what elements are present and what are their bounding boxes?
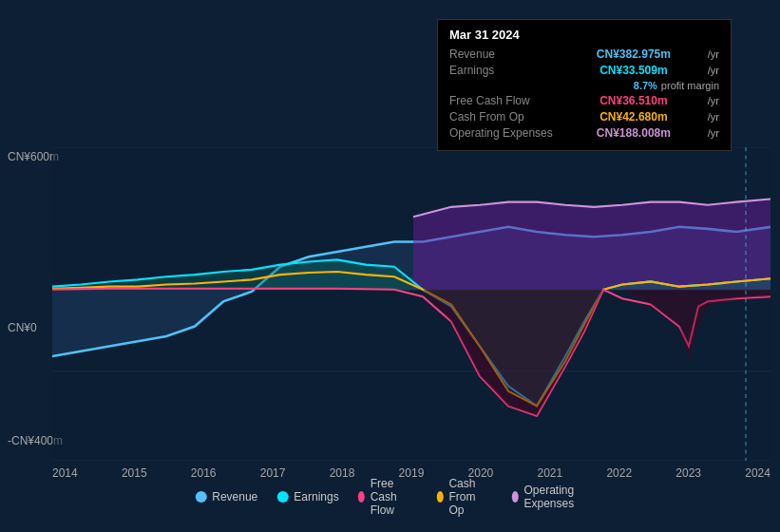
tooltip-revenue-row: Revenue CN¥382.975m /yr xyxy=(449,48,719,61)
chart-legend: Revenue Earnings Free Cash Flow Cash Fro… xyxy=(195,477,585,517)
y-axis-mid: CN¥0 xyxy=(8,321,37,334)
profit-margin-label: profit margin xyxy=(661,80,719,91)
x-label-2023: 2023 xyxy=(675,466,701,480)
chart-svg xyxy=(52,147,770,461)
chart-area xyxy=(52,147,770,461)
tooltip-fcf-row: Free Cash Flow CN¥36.510m /yr xyxy=(449,94,719,107)
x-label-2022: 2022 xyxy=(606,466,632,480)
legend-revenue-label: Revenue xyxy=(212,490,257,504)
legend-revenue-dot xyxy=(195,491,206,503)
legend-cashop: Cash From Op xyxy=(436,477,492,517)
legend-opex-label: Operating Expenses xyxy=(523,484,584,510)
tooltip-earnings-value: CN¥33.509m xyxy=(599,64,667,77)
tooltip-revenue-unit: /yr xyxy=(708,48,719,60)
legend-earnings-dot xyxy=(276,491,288,503)
tooltip-cashop-label: Cash From Op xyxy=(449,110,563,124)
tooltip-date: Mar 31 2024 xyxy=(449,28,719,42)
tooltip-opex-unit: /yr xyxy=(708,127,719,139)
chart-container: Mar 31 2024 Revenue CN¥382.975m /yr Earn… xyxy=(0,0,780,532)
legend-fcf-dot xyxy=(358,491,365,503)
tooltip-opex-row: Operating Expenses CN¥188.008m /yr xyxy=(449,126,719,140)
tooltip-revenue-label: Revenue xyxy=(449,48,563,61)
legend-cashop-dot xyxy=(436,491,443,503)
tooltip-cashop-row: Cash From Op CN¥42.680m /yr xyxy=(449,110,719,124)
tooltip-earnings-unit: /yr xyxy=(708,65,719,76)
tooltip-opex-value: CN¥188.008m xyxy=(597,126,671,140)
legend-earnings: Earnings xyxy=(276,490,338,504)
tooltip-fcf-value: CN¥36.510m xyxy=(599,94,667,107)
x-label-2014: 2014 xyxy=(52,466,78,480)
tooltip-earnings-label: Earnings xyxy=(449,64,563,77)
legend-cashop-label: Cash From Op xyxy=(448,477,492,517)
tooltip-fcf-unit: /yr xyxy=(708,95,719,106)
tooltip-box: Mar 31 2024 Revenue CN¥382.975m /yr Earn… xyxy=(437,19,732,151)
profit-margin-row: 8.7% profit margin xyxy=(449,80,719,91)
legend-opex-dot xyxy=(511,491,518,503)
tooltip-cashop-unit: /yr xyxy=(708,111,719,123)
tooltip-opex-label: Operating Expenses xyxy=(449,126,563,140)
tooltip-fcf-label: Free Cash Flow xyxy=(449,94,563,107)
tooltip-earnings-row: Earnings CN¥33.509m /yr xyxy=(449,64,719,77)
x-label-2024: 2024 xyxy=(745,466,770,480)
legend-revenue: Revenue xyxy=(195,490,257,504)
profit-margin-value: 8.7% xyxy=(634,80,657,91)
x-label-2015: 2015 xyxy=(122,466,147,480)
tooltip-cashop-value: CN¥42.680m xyxy=(599,110,667,124)
legend-fcf-label: Free Cash Flow xyxy=(371,477,418,517)
legend-fcf: Free Cash Flow xyxy=(358,477,418,517)
tooltip-revenue-value: CN¥382.975m xyxy=(597,48,671,61)
legend-opex: Operating Expenses xyxy=(511,484,584,510)
y-axis-top: CN¥600m xyxy=(8,150,59,163)
legend-earnings-label: Earnings xyxy=(294,490,338,504)
